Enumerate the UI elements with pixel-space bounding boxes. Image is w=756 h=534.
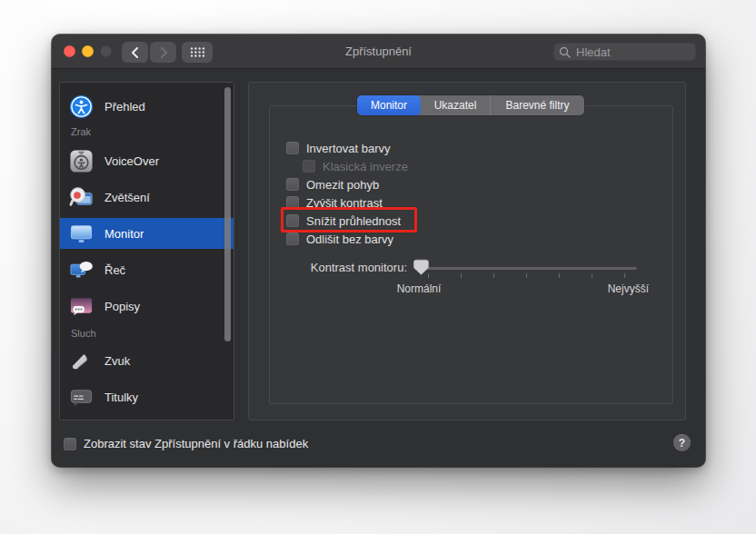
slider-tick [526,273,527,278]
sidebar-item-label: Titulky [104,391,138,404]
show-all-button[interactable] [182,42,213,63]
search-input[interactable] [574,44,691,60]
checkbox-box[interactable] [64,438,76,450]
sidebar-item-titulky[interactable]: Titulky [60,381,234,412]
sidebar-item-label: Zvětšení [104,191,150,204]
sidebar-item-voiceover[interactable]: VoiceOver [60,145,234,176]
content-pane: Monitor Ukazatel Barevné filtry Invertov… [248,82,686,420]
checkbox-label: Odlišit bez barvy [306,232,393,246]
sidebar-item-popisy[interactable]: Popisy [60,291,234,321]
checkbox-klasicka-inverze: Klasická inverze [303,157,408,175]
slider-tick [559,273,560,278]
checkbox-invertovat-barvy[interactable]: Invertovat barvy [286,139,391,157]
nav-buttons [122,42,176,63]
contrast-slider-track[interactable] [414,267,637,270]
slider-label: Kontrast monitoru: [249,261,407,274]
checkbox-box[interactable] [286,178,299,191]
checkbox-box [303,160,315,173]
footer-checkbox-label: Zobrazit stav Zpřístupnění v řádku nabíd… [84,437,308,450]
checkbox-box[interactable] [286,214,299,227]
sidebar-item-label: Přehled [104,100,145,114]
checkbox-zvysit-kontrast[interactable]: Zvýšit kontrast [286,193,383,212]
voiceover-icon [69,149,94,173]
sidebar-item-label: Zvuk [104,354,130,368]
checkbox-snizit-pruhlednost[interactable]: Snížit průhlednost [286,212,401,230]
speech-icon [69,258,94,282]
minimize-button[interactable] [82,45,94,57]
forward-button [150,42,176,63]
sidebar-item-label: Řeč [104,263,125,277]
accessibility-overview-icon [69,94,94,119]
sidebar-item-rec[interactable]: Řeč [60,254,234,285]
checkbox-box[interactable] [286,232,299,245]
chevron-left-icon [131,47,140,58]
sidebar-item-prehled[interactable]: Přehled [60,91,234,122]
checkbox-box[interactable] [286,142,299,154]
sidebar-item-label: VoiceOver [104,154,159,168]
checkbox-box[interactable] [286,196,299,209]
checkbox-label: Snížit průhlednost [306,214,401,228]
slider-tick [461,273,462,278]
tab-ukazatel[interactable]: Ukazatel [421,95,490,115]
tab-barevne-filtry[interactable]: Barevné filtry [490,95,584,115]
sidebar: Přehled Zrak VoiceOver [59,82,234,420]
sidebar-item-monitor[interactable]: Monitor [60,218,234,249]
descriptions-icon [69,294,94,319]
help-button[interactable]: ? [673,434,691,451]
accessibility-preferences-window: Zpřístupnění [52,35,705,467]
desktop-background: Zpřístupnění [0,0,756,534]
search-field[interactable] [553,43,696,61]
menubar-status-checkbox-row[interactable]: Zobrazit stav Zpřístupnění v řádku nabíd… [64,437,308,450]
sidebar-scrollbar-thumb[interactable] [224,87,231,341]
close-button[interactable] [64,45,75,57]
display-icon [69,222,94,246]
question-mark-icon: ? [679,437,685,450]
sidebar-item-label: Monitor [104,227,144,241]
checkbox-label: Omezit pohyb [306,178,379,192]
checkbox-label: Klasická inverze [323,160,408,173]
audio-icon [69,349,94,373]
slider-tick [493,273,494,278]
sidebar-item-zvetseni[interactable]: Zvětšení [60,182,234,213]
chevron-right-icon [159,47,168,58]
checkbox-omezit-pohyb[interactable]: Omezit pohyb [286,175,379,193]
tab-bar: Monitor Ukazatel Barevné filtry [357,95,584,115]
checkbox-label: Invertovat barvy [306,142,391,155]
tab-monitor[interactable]: Monitor [357,95,421,115]
zoom-magnifier-icon [69,185,94,210]
sidebar-item-label: Popisy [104,300,140,313]
traffic-lights [64,45,112,57]
checkbox-odlisit-bez-barvy[interactable]: Odlišit bez barvy [286,230,393,248]
zoom-button [100,45,112,57]
captions-icon [69,385,94,410]
back-button[interactable] [122,42,148,63]
titlebar[interactable]: Zpřístupnění [52,35,705,69]
checkbox-label: Zvýšit kontrast [306,196,383,210]
slider-min-label: Normální [383,282,455,295]
sidebar-section-zrak: Zrak [71,126,91,137]
sidebar-section-sluch: Sluch [71,328,96,339]
sidebar-item-zvuk[interactable]: Zvuk [60,345,234,376]
magnifier-icon [559,46,571,58]
slider-tick [592,273,592,278]
slider-max-label: Nejvyšší [576,282,649,295]
grid-icon [190,46,205,58]
slider-tick [624,273,625,278]
slider-tick [428,273,429,278]
